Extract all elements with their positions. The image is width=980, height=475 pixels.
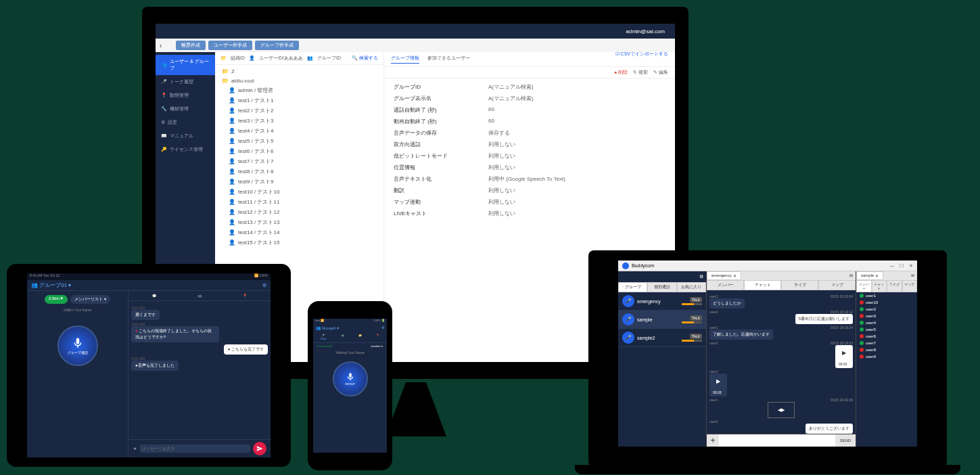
tree-item[interactable]: 👤test8 / テスト8 (215, 166, 383, 177)
toolbar-user-button[interactable]: ユーザー作手成 (208, 41, 252, 50)
video-tab-icon[interactable]: 📹 (341, 334, 344, 340)
member-row[interactable]: user8 (856, 346, 917, 353)
attach-button[interactable]: + (707, 434, 719, 447)
tree-item[interactable]: 👤test7 / テスト7 (215, 156, 383, 166)
tab-live[interactable]: ライブ (887, 280, 902, 292)
tree-item[interactable]: 👤test9 / テスト9 (215, 177, 383, 187)
tab-map[interactable]: マップ (902, 280, 918, 292)
tab-group-info[interactable]: グループ情報 (391, 55, 419, 64)
csv-import-link[interactable]: ☑ CSVでインポートする (615, 51, 668, 58)
tab-individual[interactable]: 個別通話 (647, 282, 676, 292)
window-controls: — ☐ ✕ (889, 263, 913, 269)
sidebar-item-2[interactable]: 📍動態管理 (156, 89, 215, 102)
toolbar-group-button[interactable]: グループ作手成 (255, 41, 299, 50)
tree-item[interactable]: 👤test6 / テスト6 (215, 146, 383, 156)
member-row[interactable]: user4 (856, 319, 917, 326)
tab-chat[interactable]: チャット (872, 280, 887, 292)
delete-button[interactable]: ● 削除 (614, 69, 628, 76)
sidebar-item-5[interactable]: 📖マニュアル (156, 129, 215, 143)
tree-item[interactable]: 👤test12 / テスト12 (215, 207, 383, 217)
maximize-icon[interactable]: ☐ (900, 263, 904, 269)
member-list-pill[interactable]: メンバーリスト ▾ (70, 295, 110, 304)
sidebar-item-3[interactable]: 🔧機材管理 (156, 102, 215, 116)
tree-item[interactable]: 📁aldio-root (215, 76, 383, 85)
plus-icon[interactable]: ＋ (133, 445, 137, 452)
distance-pill[interactable]: 2.5km▼ (45, 295, 68, 304)
member-row[interactable]: user2 (856, 306, 917, 313)
member-row[interactable]: user1 (856, 292, 917, 299)
tree-item[interactable]: 👤test5 / テスト5 (215, 136, 383, 146)
close-tab-icon[interactable]: ✕ (875, 273, 879, 278)
user-email[interactable]: admin@sai.com (626, 28, 665, 35)
tab-member[interactable]: メンバー (856, 280, 872, 292)
gear-icon[interactable]: ⚙ (381, 325, 384, 330)
map-tab-icon[interactable]: 📍 (376, 334, 379, 340)
tree-item[interactable]: 👤test15 / テスト15 (215, 238, 383, 248)
gear-icon[interactable]: ⚙ (699, 274, 703, 279)
tab-map[interactable]: マップ (818, 280, 856, 290)
talk-button[interactable]: GROUP (333, 361, 368, 397)
tree-item[interactable]: 👤admin / 管理者 (215, 85, 383, 95)
back-button[interactable]: ‹ (160, 42, 173, 49)
map-mode-icon[interactable]: 📍 (243, 294, 247, 298)
close-tab-icon[interactable]: ✕ (733, 273, 737, 278)
tree-item[interactable]: 👤test11 / テスト11 (215, 197, 383, 207)
member-row[interactable]: user3 (856, 313, 917, 319)
expand-icon[interactable]: ⊞ (847, 271, 856, 280)
tab-sample[interactable]: sample ✕ (856, 271, 883, 280)
tree-item[interactable]: 👤test2 / テスト2 (215, 106, 383, 116)
send-button[interactable]: SEND (835, 434, 856, 447)
tree-item[interactable]: 👤test10 / テスト10 (215, 187, 383, 197)
member-row[interactable]: user9 (856, 353, 917, 360)
video-mode-icon[interactable]: 📹 (197, 294, 202, 298)
tree-item[interactable]: 👤test1 / テスト1 (215, 95, 383, 106)
sidebar-item-1[interactable]: 🎤トーク履歴 (156, 75, 215, 89)
member-row[interactable]: user6 (856, 333, 917, 340)
close-icon[interactable]: ✕ (909, 263, 913, 269)
member-row[interactable]: user10 (856, 299, 917, 306)
member-row[interactable]: user5 (856, 326, 917, 333)
tree-item[interactable]: 👤test4 / テスト4 (215, 126, 383, 136)
tree-item[interactable]: 📁Z (215, 66, 383, 76)
message-input[interactable] (140, 445, 250, 453)
play-icon[interactable]: ▶ (839, 347, 849, 358)
tab-live[interactable]: ライブ (781, 280, 818, 290)
detail-row: LIVEキャスト利用しない (384, 208, 675, 219)
copy-button[interactable]: ↻ 複製 (633, 69, 648, 76)
member-dropdown[interactable]: member ▾ (371, 344, 383, 348)
tab-emergency[interactable]: emergency ✕ (707, 271, 741, 280)
member-row[interactable]: user7 (856, 340, 917, 346)
play-icon[interactable]: ▶ (713, 376, 724, 386)
gear-icon[interactable]: ⚙ (262, 283, 266, 288)
message-input[interactable] (719, 434, 835, 447)
chat-mode-icon[interactable]: 💬 (152, 294, 156, 298)
toolbar-report-button[interactable]: 帳票作成 (176, 41, 206, 50)
group-selector[interactable]: 👥 グループ01 ▾ (31, 281, 71, 289)
minimize-icon[interactable]: — (889, 263, 894, 269)
group-row[interactable]: 🎤emergencyTALK (618, 292, 706, 311)
tab-chat[interactable]: チャット (744, 280, 781, 290)
tree-item[interactable]: 👤test14 / テスト14 (215, 227, 383, 238)
tree-item[interactable]: 👤test13 / テスト13 (215, 217, 383, 227)
expand-icon[interactable]: ⊞ (908, 271, 917, 280)
tab-member[interactable]: メンバー (707, 280, 744, 290)
user-icon: 👤 (249, 55, 255, 61)
sidebar-item-0[interactable]: 👥ユーザー & グループ (156, 55, 215, 75)
tab-favorite[interactable]: お気に入り (677, 282, 706, 292)
window-tabs: emergency ✕ ⊞ (707, 271, 856, 280)
video-thumbnail[interactable]: ◀▶ (768, 402, 795, 418)
sidebar-item-4[interactable]: ⚙設定 (156, 116, 215, 129)
send-button[interactable] (253, 442, 266, 455)
edit-button[interactable]: ✎ 編集 (653, 69, 668, 76)
tab-members[interactable]: 参加できるユーザー (427, 55, 470, 64)
search-link[interactable]: 🔍 検索する (352, 55, 378, 62)
group-row[interactable]: 🎤sampleTALK (618, 311, 706, 329)
folder-tab-icon[interactable]: 📁 (358, 334, 362, 340)
tab-group[interactable]: グループ (618, 282, 647, 292)
group-row[interactable]: 🎤sample2TALK (618, 329, 706, 347)
sidebar-item-6[interactable]: 🔑ライセンス管理 (156, 143, 215, 156)
group-selector[interactable]: 👥 GroupA ▾ (316, 325, 339, 330)
mic-tab-icon[interactable]: 🎤Chat (321, 334, 326, 340)
talk-button[interactable]: グループ通話 (57, 325, 98, 366)
tree-item[interactable]: 👤test3 / テスト3 (215, 116, 383, 126)
